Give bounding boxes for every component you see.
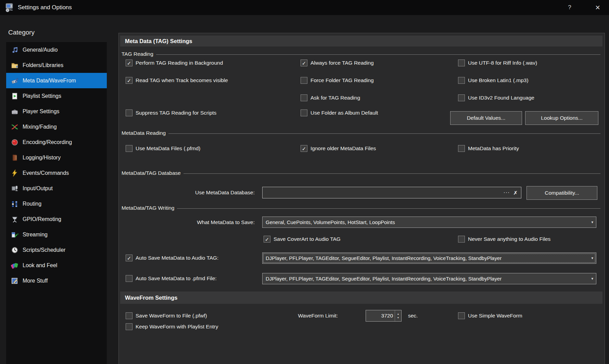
checkbox-label: MetaData has Priority xyxy=(468,145,519,152)
checkbox-broken-latin1[interactable]: ✓ Use Broken Latin1 (.mp3) xyxy=(458,77,529,84)
group-divider xyxy=(168,133,600,134)
edit-icon xyxy=(11,277,18,285)
sidebar-item-streaming[interactable]: Streaming xyxy=(6,227,107,242)
checkbox-box: ✓ xyxy=(126,109,132,116)
check-icon: ✓ xyxy=(265,237,269,242)
checkbox-auto-save-audio-tag[interactable]: ✓ Auto Save MetaData to Audio TAG: xyxy=(126,255,218,261)
what-metadata-dropdown[interactable]: General, CuePoints, VolumePoints, HotSta… xyxy=(262,217,596,228)
sidebar-item-label: Folders/Libraries xyxy=(23,62,63,68)
stepper-arrows[interactable]: ▲ ▼ xyxy=(395,310,401,321)
checkbox-ask-tag-reading[interactable]: ✓ Ask for TAG Reading xyxy=(301,94,360,101)
metadata-database-input[interactable]: ··· ✗ xyxy=(262,187,521,198)
clear-icon[interactable]: ✗ xyxy=(512,190,521,195)
checkbox-label: Auto Save MetaData to Audio TAG: xyxy=(136,255,218,261)
tag-icon xyxy=(11,77,18,84)
player-icon xyxy=(11,108,18,115)
checkbox-box: ✓ xyxy=(126,145,132,152)
auto-save-pfmd-dropdown[interactable]: DJPlayer, PFLPlayer, TAGEditor, SegueEdi… xyxy=(262,273,596,284)
sidebar-item-label: Playlist Settings xyxy=(23,93,61,99)
group-label: MetaData Reading xyxy=(122,130,166,136)
checkbox-suppress-tag-scripts[interactable]: ✓ Suppress TAG Reading for Scripts xyxy=(126,109,216,116)
arrow-down-icon[interactable]: ▼ xyxy=(397,316,399,319)
check-icon: ✓ xyxy=(302,146,306,151)
checkbox-perform-tag-reading[interactable]: ✓ Perform TAG Reading in Background xyxy=(126,60,223,66)
group-metadata-reading: MetaData Reading xyxy=(122,130,600,136)
dropdown-value: General, CuePoints, VolumePoints, HotSta… xyxy=(266,219,588,225)
checkbox-label: Force Folder TAG Reading xyxy=(310,77,374,83)
sidebar-item-look-and-feel[interactable]: Look and Feel xyxy=(6,258,107,273)
sidebar-item-general-audio[interactable]: General/Audio xyxy=(6,42,107,57)
checkbox-box: ✓ xyxy=(126,255,132,261)
checkbox-keep-waveform-playlist[interactable]: ✓ Keep WaveForm with Playlist Entry xyxy=(126,323,218,330)
waveform-limit-stepper[interactable]: 3720 ▲ ▼ xyxy=(366,310,402,322)
help-button[interactable]: ? xyxy=(564,4,575,11)
what-metadata-label: What MetaData to Save: xyxy=(153,217,255,228)
compatibility-button[interactable]: Compatibility... xyxy=(526,186,597,200)
palette-icon xyxy=(11,262,18,269)
checkbox-box: ✓ xyxy=(264,236,270,243)
sidebar-item-playlist-settings[interactable]: Playlist Settings xyxy=(6,88,107,104)
lookup-options-button[interactable]: Lookup Options... xyxy=(525,111,598,125)
browse-button[interactable]: ··· xyxy=(500,190,512,195)
checkbox-id3v2-language[interactable]: ✓ Use ID3v2 Found Language xyxy=(458,94,534,101)
microphone-icon xyxy=(11,185,18,192)
sidebar-item-label: Logging/History xyxy=(23,155,61,161)
checkbox-never-save-audio[interactable]: ✓ Never Save anything to Audio Files xyxy=(458,236,550,243)
streaming-icon xyxy=(11,231,18,238)
checkbox-folder-album-default[interactable]: ✓ Use Folder as Album Default xyxy=(301,109,378,116)
lightning-icon xyxy=(11,169,18,177)
default-values-button[interactable]: Default Values... xyxy=(450,111,522,125)
group-divider xyxy=(156,54,600,55)
sidebar-item-gpio-remoting[interactable]: GPIO/Remoting xyxy=(6,211,107,227)
group-divider xyxy=(177,208,600,209)
check-icon: ✓ xyxy=(127,61,131,66)
checkbox-box: ✓ xyxy=(458,60,465,66)
sidebar-item-player-settings[interactable]: Player Settings xyxy=(6,104,107,119)
sidebar-item-label: Events/Commands xyxy=(23,170,69,176)
checkbox-box: ✓ xyxy=(301,77,307,84)
sidebar-item-input-output[interactable]: Input/Output xyxy=(6,181,107,196)
waveform-limit-unit: sec. xyxy=(408,310,418,322)
checkbox-force-folder-tag[interactable]: ✓ Force Folder TAG Reading xyxy=(301,77,374,84)
sidebar-item-label: Encoding/Recording xyxy=(23,139,72,145)
sidebar-item-more-stuff[interactable]: More Stuff xyxy=(6,273,107,288)
checkbox-auto-save-pfmd[interactable]: ✓ Auto Save MetaData to .pfmd File: xyxy=(126,275,217,282)
record-icon xyxy=(11,139,18,146)
checkbox-utf8-riff[interactable]: ✓ Use UTF-8 for Riff Info (.wav) xyxy=(458,60,537,66)
app-icon xyxy=(4,2,14,13)
checkbox-simple-waveform[interactable]: ✓ Use Simple WaveForm xyxy=(458,312,522,319)
dropdown-value: DJPlayer, PFLPlayer, TAGEditor, SegueEdi… xyxy=(266,276,588,282)
sidebar-item-logging-history[interactable]: Logging/History xyxy=(6,150,107,165)
checkbox-use-metadata-files[interactable]: ✓ Use MetaData Files (.pfmd) xyxy=(126,145,201,152)
sidebar-item-label: Streaming xyxy=(23,232,48,238)
crossfade-icon xyxy=(11,123,18,131)
checkbox-label: Ignore older MetaData Files xyxy=(310,145,376,152)
sidebar-item-metadata-wavefrom[interactable]: Meta Data/WaveFrom xyxy=(6,73,107,88)
arrow-up-icon[interactable]: ▲ xyxy=(397,313,399,315)
sidebar-item-events-commands[interactable]: Events/Commands xyxy=(6,165,107,181)
use-metadata-database-label: Use MetaData Database: xyxy=(153,187,255,198)
check-icon: ✓ xyxy=(127,256,131,261)
sidebar-item-label: More Stuff xyxy=(23,278,48,284)
checkbox-save-coverart[interactable]: ✓ Save CoverArt to Audio TAG xyxy=(264,236,341,243)
checkbox-label: Use UTF-8 for Riff Info (.wav) xyxy=(468,60,537,66)
sidebar-item-scripts-scheduler[interactable]: Scripts/Scheduler xyxy=(6,242,107,258)
auto-save-audio-tag-dropdown[interactable]: DJPlayer, PFLPlayer, TAGEditor, SegueEdi… xyxy=(262,252,596,264)
checkbox-label: Auto Save MetaData to .pfmd File: xyxy=(136,275,217,282)
checkbox-box: ✓ xyxy=(301,145,307,152)
close-button[interactable]: × xyxy=(592,0,604,15)
checkbox-box: ✓ xyxy=(126,60,132,66)
checkbox-read-tag-visible[interactable]: ✓ Read TAG when Track becomes visible xyxy=(126,77,228,84)
checkbox-always-force-tag[interactable]: ✓ Always force TAG Reading xyxy=(301,60,374,66)
settings-window: Settings and Options ? × Category Genera… xyxy=(0,0,609,364)
sidebar-item-routing[interactable]: Routing xyxy=(6,196,107,211)
sidebar-item-encoding-recording[interactable]: Encoding/Recording xyxy=(6,134,107,150)
checkbox-ignore-older-metadata[interactable]: ✓ Ignore older MetaData Files xyxy=(301,145,376,152)
checkbox-save-waveform-file[interactable]: ✓ Save WaveForm to File (.pfwf) xyxy=(126,312,207,319)
checkbox-metadata-priority[interactable]: ✓ MetaData has Priority xyxy=(458,145,519,152)
sidebar-item-mixing-fading[interactable]: Mixing/Fading xyxy=(6,119,107,134)
checkbox-box: ✓ xyxy=(126,275,132,282)
sidebar-item-folders-libraries[interactable]: Folders/Libraries xyxy=(6,57,107,73)
checkbox-box: ✓ xyxy=(301,60,307,66)
checkbox-label: Keep WaveForm with Playlist Entry xyxy=(136,324,218,330)
